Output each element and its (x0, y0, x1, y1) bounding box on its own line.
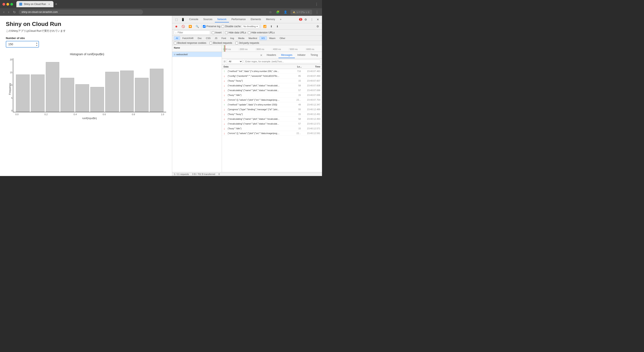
message-row[interactable]: ↓{"progress":{"type":"binding","message"… (222, 107, 322, 112)
close-detail-button[interactable]: ✕ (258, 53, 264, 58)
record-button[interactable]: ⏺ (174, 24, 179, 29)
tab-memory[interactable]: Memory (264, 17, 278, 23)
devtools-close-button[interactable]: ✕ (315, 17, 320, 22)
spin-up-button[interactable]: ▲ (36, 42, 38, 44)
filter-fetch-xhr[interactable]: Fetch/XHR (180, 36, 196, 40)
network-settings-button[interactable]: ⚙ (315, 24, 320, 29)
filter-font[interactable]: Font (220, 36, 228, 40)
filter-media[interactable]: Media (236, 36, 246, 40)
devtools-inspect-icon[interactable]: ⬚ (174, 17, 179, 22)
invert-checkbox[interactable] (212, 31, 214, 34)
message-length: 55 (292, 108, 301, 111)
y-tick-20: 20 (8, 58, 12, 61)
message-row[interactable]: ↓{"recalculating":{"name":"plot","status… (222, 121, 322, 126)
invert-label[interactable]: Invert (212, 31, 222, 34)
upload-icon[interactable]: ⬆ (269, 24, 274, 29)
blocked-cookies-checkbox[interactable] (174, 42, 176, 44)
filter-bar: ⌕ (174, 31, 210, 35)
tab-close-button[interactable]: ✕ (48, 3, 50, 6)
message-row[interactable]: ↓{"recalculating":{"name":"plot","status… (222, 83, 322, 88)
filter-doc[interactable]: Doc (196, 36, 204, 40)
message-row[interactable]: ↓{"busy":"busy"}1523:40:07.607 (222, 78, 322, 83)
forward-button[interactable]: › (7, 9, 10, 15)
filter-ws[interactable]: WS (260, 36, 267, 40)
devtools-more-button[interactable]: ⋮ (309, 17, 314, 22)
tab-more[interactable]: » (278, 17, 284, 23)
requests-count: 1 / 11 requests (174, 173, 189, 175)
message-search-input[interactable] (244, 60, 320, 63)
browser-menu-button[interactable]: ⋮ (314, 2, 320, 7)
filter-row: ⌕ Invert Hide data URLs Hide extension U… (172, 30, 322, 36)
devtools-settings-button[interactable]: ⚙ (303, 17, 308, 22)
incognito-button[interactable]: 🕵 シークレット (290, 10, 312, 15)
filter-other[interactable]: Other (278, 36, 287, 40)
message-row[interactable]: ↓{"recalculating":{"name":"plot","status… (222, 117, 322, 121)
received-arrow-icon: ↓ (224, 89, 227, 92)
clear-button[interactable]: 🚫 (180, 24, 186, 29)
search-button[interactable]: 🔍 (194, 24, 200, 29)
tab-sources[interactable]: Sources (201, 17, 215, 23)
disable-cache-label[interactable]: Disable cache (222, 25, 240, 28)
message-row[interactable]: ↓{"busy":"busy"}1523:40:12.491 (222, 112, 322, 117)
message-row[interactable]: ↓{"busy":"idle"}1523:40:07.696 (222, 93, 322, 98)
back-button[interactable]: ‹ (2, 9, 5, 15)
filter-wasm[interactable]: Wasm (267, 36, 278, 40)
tab-network[interactable]: Network (215, 17, 229, 23)
hide-extension-urls-checkbox[interactable] (248, 31, 250, 34)
reload-button[interactable]: ↻ (12, 9, 16, 15)
message-row[interactable]: ↓{"recalculating":{"name":"plot","status… (222, 88, 322, 93)
detail-tab-initiator[interactable]: Initiator (295, 52, 308, 58)
browser-menu-icon[interactable]: ⋮ (314, 9, 320, 15)
devtools-device-icon[interactable]: 📱 (180, 17, 186, 22)
message-row[interactable]: ↓{"errors":{},"values":{"plot":{"src":"d… (222, 131, 322, 136)
detail-tab-timing[interactable]: Timing (308, 52, 320, 58)
filter-css[interactable]: CSS (204, 36, 212, 40)
filter-input[interactable] (178, 31, 209, 34)
bookmark-button[interactable]: ☆ (268, 9, 273, 15)
detail-tab-messages[interactable]: Messages (278, 52, 295, 58)
minimize-button[interactable] (6, 3, 9, 6)
filter-manifest[interactable]: Manifest (246, 36, 259, 40)
filter-js[interactable]: JS (213, 36, 219, 40)
close-button[interactable] (2, 3, 5, 6)
filter-img[interactable]: Img (228, 36, 236, 40)
message-row[interactable]: ↓{"config":{"workerId":"","sessionId":"b… (222, 74, 322, 78)
maximize-button[interactable] (10, 3, 13, 6)
tab-elements[interactable]: Elements (248, 17, 264, 23)
message-row[interactable]: ↑{"method":"init","data":{"n:shiny.numbe… (222, 69, 322, 74)
message-length: 716 (292, 70, 301, 72)
address-input[interactable] (19, 10, 143, 15)
message-row[interactable]: ↑{"method":"update","data":{"n:shiny.num… (222, 102, 322, 107)
hide-extension-urls-label[interactable]: Hide extension URLs (248, 31, 275, 34)
message-data: {"errors":{},"values":{"plot":{"src":"da… (228, 99, 292, 101)
extensions-button[interactable]: 🧩 (275, 10, 280, 15)
tab-console[interactable]: Console (187, 17, 201, 23)
hide-data-urls-label[interactable]: Hide data URLs (225, 31, 246, 34)
websocket-request-item[interactable]: ⊘ websocket/ (172, 52, 222, 57)
filter-icon-button[interactable]: 🔽 (187, 24, 193, 29)
messages-table-header: Data Le... Time (222, 65, 322, 69)
third-party-label[interactable]: 3rd-party requests (236, 42, 259, 44)
download-icon[interactable]: ⬇ (275, 24, 280, 29)
spin-down-button[interactable]: ▼ (36, 44, 38, 47)
preserve-log-label[interactable]: Preserve log (203, 25, 220, 28)
profile-button[interactable]: 👤 (283, 10, 288, 15)
blocked-cookies-label[interactable]: Blocked response cookies (174, 42, 206, 44)
active-tab[interactable]: Shiny on Cloud Run ✕ (16, 1, 54, 7)
message-direction-filter[interactable]: All Sent Received (227, 59, 243, 64)
wifi-icon[interactable]: 📶 (262, 24, 268, 29)
throttling-select[interactable]: No throttling ▾ (242, 25, 259, 29)
blocked-requests-checkbox[interactable] (210, 42, 212, 44)
message-row[interactable]: ↓{"errors":{},"values":{"plot":{"src":"d… (222, 98, 322, 102)
hide-data-urls-checkbox[interactable] (225, 31, 228, 34)
preserve-log-checkbox[interactable] (203, 25, 206, 28)
third-party-checkbox[interactable] (236, 42, 238, 44)
tab-performance[interactable]: Performance (229, 17, 248, 23)
blocked-requests-label[interactable]: Blocked requests (210, 42, 232, 44)
disable-cache-checkbox[interactable] (222, 25, 224, 28)
detail-tab-headers[interactable]: Headers (264, 52, 278, 58)
message-row[interactable]: ↓{"busy":"idle"}1523:40:12.571 (222, 126, 322, 131)
new-tab-button[interactable]: + (54, 1, 59, 7)
number-input[interactable] (6, 41, 39, 48)
filter-all[interactable]: All (174, 36, 180, 40)
